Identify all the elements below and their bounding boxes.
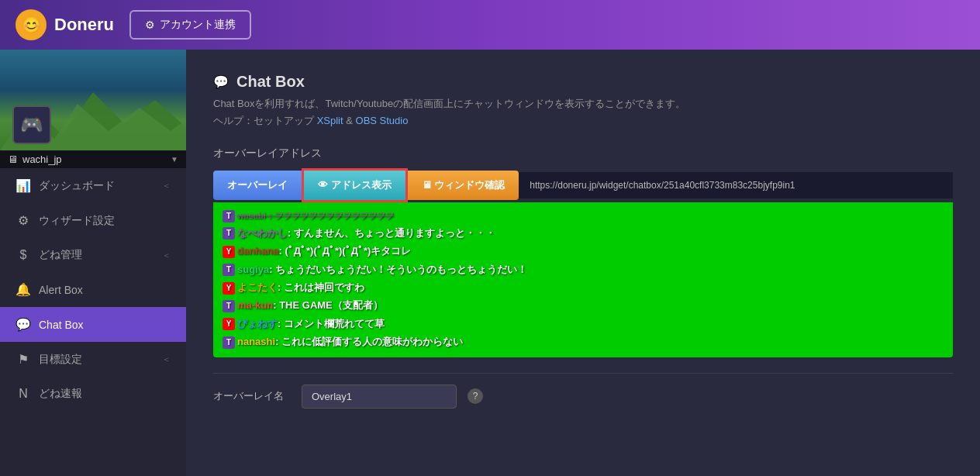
sidebar: 🎮 🖥 wachi_jp ▼ 📊 ダッシュボード ＜ ⚙ ウィザード設定 $ ど… bbox=[0, 50, 186, 476]
username: nanashi bbox=[237, 336, 275, 347]
amp-text: & bbox=[346, 115, 355, 126]
logo-emoji: 😊 bbox=[22, 16, 41, 34]
platform-icon: T bbox=[223, 264, 235, 276]
sidebar-item-wizard[interactable]: ⚙ ウィザード設定 bbox=[0, 203, 186, 238]
window-confirm-button[interactable]: 🖥 ウィンドウ確認 bbox=[408, 171, 519, 200]
logo-text: Doneru bbox=[54, 15, 114, 35]
overlay-button[interactable]: オーバーレイ bbox=[213, 171, 302, 200]
sidebar-item-done-news[interactable]: N どね速報 bbox=[0, 377, 186, 411]
nav-label-dashboard: ダッシュボード bbox=[39, 179, 154, 193]
nav-container: 📊 ダッシュボード ＜ ⚙ ウィザード設定 $ どね管理 ＜ 🔔 Alert B… bbox=[0, 168, 186, 411]
page-header: 💬 Chat Box bbox=[213, 73, 953, 91]
nav-label-chat-box: Chat Box bbox=[39, 319, 171, 331]
platform-icon: Y bbox=[223, 318, 235, 330]
chat-message: Tなべわかし: すんません、ちょっと通りますよっと・・・ bbox=[223, 224, 944, 242]
overlay-buttons-row: オーバーレイ 👁 アドレス表示 🖥 ウィンドウ確認 https://doneru… bbox=[213, 168, 953, 202]
logo-icon: 😊 bbox=[16, 9, 47, 40]
nav-label-alert-box: Alert Box bbox=[39, 284, 171, 296]
chat-message: Tsugiya: ちょうだいちょうだい！そういうのもっとちょうだい！ bbox=[223, 260, 944, 278]
chat-box-icon: 💬 bbox=[213, 74, 229, 90]
xsplit-link[interactable]: XSplit bbox=[317, 115, 343, 126]
nav-chevron-done-manage: ＜ bbox=[162, 250, 171, 261]
logo-area: 😊 Doneru bbox=[16, 9, 114, 40]
avatar: 🎮 bbox=[12, 105, 51, 144]
nav-icon-done-manage: $ bbox=[16, 248, 31, 262]
username: ぴょねす bbox=[237, 318, 278, 329]
overlay-url-display: https://doneru.jp/widget/chatbox/251a40c… bbox=[519, 172, 953, 198]
nav-icon-wizard: ⚙ bbox=[16, 213, 31, 228]
help-text: ヘルプ：セットアップ bbox=[213, 115, 314, 126]
sidebar-item-goal[interactable]: ⚑ 目標設定 ＜ bbox=[0, 342, 186, 377]
header: 😊 Doneru ⚙ アカウント連携 bbox=[0, 0, 980, 50]
username: danhana bbox=[237, 245, 278, 257]
nav-icon-done-news: N bbox=[16, 387, 31, 401]
username: ma-kun bbox=[237, 299, 273, 311]
user-background: 🎮 bbox=[0, 50, 186, 150]
nav-chevron-dashboard: ＜ bbox=[162, 180, 171, 191]
page-help-links: ヘルプ：セットアップ XSplit & OBS Studio bbox=[213, 114, 953, 128]
chat-message: Tma-kun: THE GAME（支配者） bbox=[223, 296, 944, 314]
nav-icon-goal: ⚑ bbox=[16, 352, 31, 367]
chat-message: Ydanhana: (ﾟДﾟ*)(ﾟДﾟ*)(ﾟДﾟ*)キタコレ bbox=[223, 242, 944, 260]
gear-icon: ⚙ bbox=[145, 19, 155, 31]
sidebar-item-done-manage[interactable]: $ どね管理 ＜ bbox=[0, 238, 186, 272]
user-name-bar[interactable]: 🖥 wachi_jp ▼ bbox=[0, 150, 186, 168]
nav-label-done-news: どね速報 bbox=[39, 387, 171, 401]
overlay-name-row: オーバーレイ名 ? bbox=[213, 373, 953, 419]
nav-icon-chat-box: 💬 bbox=[16, 317, 31, 332]
chat-message: Twasabi：フフフフフフフフフフフフフフ bbox=[223, 209, 944, 224]
monitor-icon: 🖥 bbox=[8, 153, 18, 165]
username: sugiya bbox=[237, 264, 269, 275]
platform-icon: T bbox=[223, 227, 235, 240]
main-layout: 🎮 🖥 wachi_jp ▼ 📊 ダッシュボード ＜ ⚙ ウィザード設定 $ ど… bbox=[0, 50, 980, 476]
nav-label-done-manage: どね管理 bbox=[39, 248, 154, 262]
chat-message: Yよこたく: これは神回ですわ bbox=[223, 278, 944, 296]
platform-icon: T bbox=[223, 300, 235, 312]
sidebar-item-chat-box[interactable]: 💬 Chat Box bbox=[0, 307, 186, 342]
sidebar-item-alert-box[interactable]: 🔔 Alert Box bbox=[0, 272, 186, 307]
username: よこたく bbox=[237, 281, 278, 293]
username-label: wachi_jp bbox=[22, 153, 62, 165]
nav-icon-alert-box: 🔔 bbox=[16, 282, 31, 297]
user-chevron-icon: ▼ bbox=[171, 155, 178, 164]
sidebar-item-dashboard[interactable]: 📊 ダッシュボード ＜ bbox=[0, 168, 186, 203]
account-link-label: アカウント連携 bbox=[160, 18, 236, 32]
nav-label-goal: 目標設定 bbox=[39, 353, 154, 367]
page-title: Chat Box bbox=[236, 73, 305, 91]
platform-icon: T bbox=[223, 210, 235, 222]
address-display-button[interactable]: 👁 アドレス表示 bbox=[302, 168, 408, 202]
account-link-button[interactable]: ⚙ アカウント連携 bbox=[129, 10, 251, 40]
help-icon[interactable]: ? bbox=[468, 388, 483, 404]
chat-message: Tnanashi: これに低評価する人の意味がわからない bbox=[223, 333, 944, 350]
overlay-name-input[interactable] bbox=[302, 385, 457, 409]
obs-link[interactable]: OBS Studio bbox=[356, 115, 409, 126]
platform-icon: Y bbox=[223, 246, 235, 258]
overlay-address-label: オーバーレイアドレス bbox=[213, 147, 953, 160]
content-area: 💬 Chat Box Chat Boxを利用すれば、Twitch/Youtube… bbox=[186, 50, 980, 476]
platform-icon: Y bbox=[223, 282, 235, 295]
username: なべわかし bbox=[237, 227, 288, 239]
user-area: 🎮 bbox=[0, 50, 186, 150]
overlay-name-label: オーバーレイ名 bbox=[213, 389, 291, 403]
nav-chevron-goal: ＜ bbox=[162, 354, 171, 365]
platform-icon: T bbox=[223, 336, 235, 349]
chat-preview-box: Twasabi：フフフフフフフフフフフフフフTなべわかし: すんません、ちょっと… bbox=[213, 202, 953, 357]
nav-icon-dashboard: 📊 bbox=[16, 178, 31, 193]
page-description: Chat Boxを利用すれば、Twitch/Youtubeの配信画面上にチャット… bbox=[213, 97, 953, 111]
nav-label-wizard: ウィザード設定 bbox=[39, 214, 171, 228]
chat-message: Yぴょねす: コメント欄荒れてて草 bbox=[223, 315, 944, 333]
